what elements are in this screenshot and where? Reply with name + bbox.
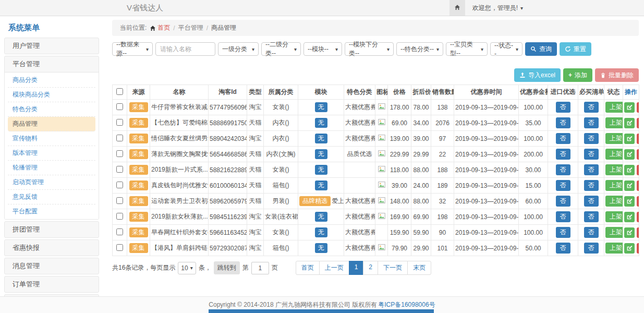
must-buy-toggle[interactable]: 否 [584,164,599,175]
pagination-button[interactable]: 上一页 [319,261,349,275]
module-badge[interactable]: 无 [315,149,327,159]
status-toggle[interactable]: 上架 [605,243,623,254]
pagination-button[interactable]: 下一页 [378,261,408,275]
delete-button[interactable] [637,118,639,128]
icp-link[interactable]: 粤ICP备16098006号 [378,300,435,309]
delete-button[interactable] [637,149,639,160]
sidebar-item[interactable]: 商品分类 [8,73,95,88]
import-select-toggle[interactable]: 否 [556,243,570,254]
row-checkbox[interactable] [116,182,123,188]
import-excel-button[interactable]: 导入excel [514,68,561,82]
per-page-select[interactable]: 10 ▾ [178,262,196,274]
filter-select[interactable]: --模块--▾ [303,42,342,56]
jump-button[interactable]: 跳转到 [214,261,240,274]
select-all-checkbox[interactable] [116,88,123,95]
import-select-toggle[interactable]: 否 [556,102,570,113]
delete-button[interactable] [637,212,639,222]
sidebar-item[interactable]: 启动页管理 [8,175,95,190]
must-buy-toggle[interactable]: 否 [584,227,599,238]
sidebar-section-header[interactable]: 订单管理 [5,276,99,292]
import-select-toggle[interactable]: 否 [556,149,570,160]
filter-select[interactable]: 一级分类▾ [218,42,259,56]
status-toggle[interactable]: 上架 [605,133,623,144]
module-badge[interactable]: 无 [315,212,327,222]
filter-select[interactable]: --数据来源--▾ [112,42,153,56]
row-checkbox[interactable] [116,150,123,157]
status-toggle[interactable]: 上架 [605,227,623,238]
edit-button[interactable] [624,149,635,160]
filter-select[interactable]: --模块下分类--▾ [345,42,394,56]
import-select-toggle[interactable]: 否 [556,227,570,238]
status-toggle[interactable]: 上架 [605,211,623,222]
import-select-toggle[interactable]: 否 [556,133,570,144]
module-badge[interactable]: 无 [315,102,327,112]
sidebar-section-header[interactable]: 平台管理 [5,56,99,72]
sidebar-section-header[interactable]: 用户管理 [5,38,99,54]
module-badge[interactable]: 无 [315,134,327,143]
import-select-toggle[interactable]: 否 [556,117,570,128]
home-button[interactable] [449,0,465,16]
edit-button[interactable] [624,180,635,191]
edit-button[interactable] [624,212,635,222]
status-toggle[interactable]: 上架 [605,149,623,160]
batch-delete-button[interactable]: 批量删除 [595,68,639,82]
status-toggle[interactable]: 上架 [605,180,623,191]
must-buy-toggle[interactable]: 否 [584,149,599,160]
reset-button[interactable]: 重置 [560,42,591,56]
import-select-toggle[interactable]: 否 [556,164,570,175]
module-badge[interactable]: 无 [315,118,327,128]
row-checkbox[interactable] [116,244,123,251]
delete-button[interactable] [637,243,639,254]
filter-select[interactable]: --二级分类--▾ [261,42,301,56]
sidebar-item[interactable]: 宣传物料 [8,131,95,146]
delete-button[interactable] [637,102,639,113]
filter-select[interactable]: --宝贝类型--▾ [446,42,488,56]
row-checkbox[interactable] [116,197,123,204]
must-buy-toggle[interactable]: 否 [584,133,599,144]
name-search-input[interactable] [155,42,215,56]
module-badge[interactable]: 无 [315,165,327,175]
module-badge[interactable]: 无 [315,180,327,190]
edit-button[interactable] [624,102,635,113]
module-badge[interactable]: 无 [315,227,327,237]
delete-button[interactable] [637,134,639,144]
status-toggle[interactable]: 上架 [605,102,623,113]
row-checkbox[interactable] [116,103,123,110]
must-buy-toggle[interactable]: 否 [584,243,599,254]
sidebar-section-header[interactable]: 拼团管理 [5,222,99,237]
breadcrumb-item[interactable]: 首页 [150,23,170,32]
edit-button[interactable] [624,227,635,238]
page-number-input[interactable] [251,262,269,274]
status-toggle[interactable]: 上架 [605,196,623,207]
sidebar-section-header[interactable]: 省惠快报 [5,240,99,256]
add-button[interactable]: + 添加 [563,68,592,82]
sidebar-item[interactable]: 轮播管理 [8,161,95,175]
status-toggle[interactable]: 上架 [605,117,623,128]
must-buy-toggle[interactable]: 否 [584,102,599,113]
sidebar-item[interactable]: 模块商品分类 [8,88,95,102]
sidebar-item[interactable]: 特色分类 [8,102,95,117]
edit-button[interactable] [624,165,635,175]
delete-button[interactable] [637,227,639,238]
query-button[interactable]: 查询 [525,42,557,56]
sidebar-section-header[interactable]: 消息管理 [5,258,99,274]
user-menu[interactable]: 欢迎您，管理员! ▾ [472,4,523,13]
filter-select[interactable]: --特色分类--▾ [396,42,443,56]
row-checkbox[interactable] [116,119,123,126]
sidebar-item[interactable]: 版本管理 [8,146,95,161]
must-buy-toggle[interactable]: 否 [584,196,599,207]
must-buy-toggle[interactable]: 否 [584,117,599,128]
sidebar-item[interactable]: 商品管理 [8,117,95,131]
delete-button[interactable] [637,165,639,175]
row-checkbox[interactable] [116,228,123,235]
row-checkbox[interactable] [116,135,123,141]
edit-button[interactable] [624,118,635,128]
edit-button[interactable] [624,134,635,144]
edit-button[interactable] [624,243,635,254]
sidebar-item[interactable]: 意见反馈 [8,190,95,204]
delete-button[interactable] [637,196,639,207]
pagination-button[interactable]: 首页 [296,261,320,275]
module-badge[interactable]: 无 [315,243,327,253]
import-select-toggle[interactable]: 否 [556,180,570,191]
row-checkbox[interactable] [116,166,123,173]
